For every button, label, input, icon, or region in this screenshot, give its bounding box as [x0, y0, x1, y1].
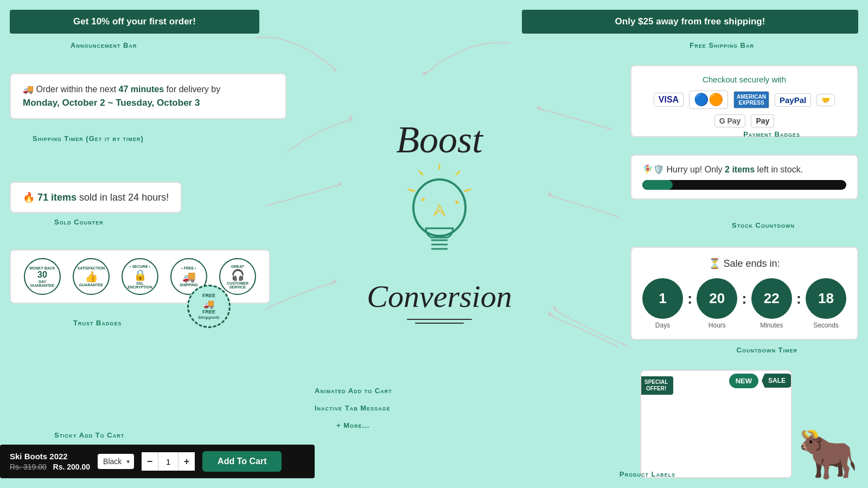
special-offer-label: SPECIALOFFER!	[640, 376, 673, 395]
gpay-icon: G Pay	[714, 114, 746, 127]
countdown-timer-label: Countdown Timer	[737, 346, 797, 354]
trust-badge-ssl: • SECURE • 🔒 SSLENCRYPTION	[118, 258, 162, 295]
visa-icon: VISA	[654, 93, 684, 107]
quantity-input[interactable]	[158, 452, 178, 471]
applepay-icon: Pay	[751, 114, 774, 127]
countdown-days-label: Days	[655, 322, 670, 329]
paypal-icon: PayPal	[775, 93, 811, 107]
payment-badges: Checkout securely with VISA 🔵🟠 AMERICANE…	[630, 65, 858, 137]
quantity-control[interactable]: − +	[142, 452, 195, 471]
trust-badges-label: Trust Badges	[73, 319, 122, 327]
countdown-minutes: 22 Minutes	[751, 278, 792, 329]
countdown-sep-2: :	[742, 290, 746, 307]
amex-icon: AMERICANEXPRESS	[733, 91, 769, 108]
svg-line-4	[408, 189, 415, 191]
sold-counter: 🔥 71 items sold in last 24 hours!	[10, 182, 182, 213]
quantity-decrease-button[interactable]: −	[142, 452, 158, 471]
color-select[interactable]: Black	[98, 454, 134, 469]
svg-point-5	[413, 179, 465, 236]
countdown-minutes-label: Minutes	[760, 322, 783, 329]
stock-bar-fill	[642, 180, 673, 190]
new-label: NEW	[729, 374, 758, 388]
payment-badges-title: Checkout securely with	[642, 75, 846, 84]
stock-countdown-label: Stock Countdown	[732, 221, 795, 229]
countdown-sep-1: :	[687, 290, 692, 307]
countdown-days: 1 Days	[642, 278, 683, 329]
announcement-bar-label: Announcement Bar	[71, 41, 137, 49]
sold-counter-suffix: sold in last 24 hours!	[76, 192, 169, 203]
sticky-cart-new-price: Rs. 200.00	[53, 463, 91, 471]
payment-badges-label: Payment Badges	[743, 130, 800, 138]
stock-countdown: 🧚‍♀️🛡️ Hurry up! Only 2 items left in st…	[630, 155, 858, 200]
money-back-circle: MONEY BACK 30 DAY GUARANTEE	[24, 258, 61, 295]
sold-counter-label: Sold Counter	[54, 218, 104, 226]
svg-line-2	[464, 189, 471, 191]
more-label: + More...	[336, 421, 369, 429]
svg-line-1	[456, 171, 460, 175]
shipping-timer-minutes: 47 minutes	[119, 85, 164, 94]
svg-point-9	[422, 198, 425, 201]
product-labels-label: Product Labels	[620, 470, 675, 478]
handshake-icon: 🤝	[816, 94, 835, 106]
boost-text: Boost	[396, 121, 482, 159]
countdown-boxes: 1 Days : 20 Hours : 22 Minutes : 18 Seco…	[642, 278, 846, 329]
countdown-hours-label: Hours	[709, 322, 726, 329]
free-free-shipping-badge: FREE 🚚 FREE ShippinG	[179, 266, 239, 347]
countdown-seconds-label: Seconds	[813, 322, 839, 329]
inactive-tab-message-label: Inactive Tab Message	[315, 404, 391, 412]
sticky-cart-label: Sticky Add To Cart	[54, 431, 124, 439]
payment-icons: VISA 🔵🟠 AMERICANEXPRESS PayPal 🤝 G Pay P…	[642, 91, 846, 127]
free-shipping-bar-label: Free Shipping Bar	[690, 41, 754, 49]
stock-countdown-text: 🧚‍♀️🛡️ Hurry up! Only 2 items left in st…	[642, 164, 846, 175]
sticky-add-to-cart: Ski Boots 2022 Rs. 319.00 Rs. 200.00 Bla…	[0, 445, 315, 478]
shipping-timer-label: Shipping Timer (Get it by timer)	[33, 134, 144, 143]
countdown-hours-circle: 20	[697, 278, 737, 319]
product-label-card: SPECIALOFFER! NEW SALE	[640, 370, 792, 478]
countdown-days-circle: 1	[642, 278, 683, 319]
announcement-bar: Get 10% off your first order!	[10, 10, 259, 34]
stock-bar-background	[642, 180, 846, 190]
sold-counter-count: 71 items	[37, 192, 76, 203]
satisfaction-circle: SATISFACTION 👍 GUARANTEE	[73, 258, 110, 295]
underline-decoration	[407, 319, 472, 324]
quantity-increase-button[interactable]: +	[178, 452, 195, 471]
free-shipping-bar: Only $25 away from free shipping!	[522, 10, 858, 34]
sticky-cart-old-price: Rs. 319.00	[10, 463, 47, 471]
announcement-bar-text: Get 10% off your first order!	[73, 16, 196, 27]
svg-point-10	[455, 201, 458, 204]
shipping-timer: 🚚 Order within the next 47 minutes for d…	[10, 73, 286, 119]
sticky-cart-info: Ski Boots 2022 Rs. 319.00 Rs. 200.00	[10, 452, 90, 471]
lightbulb-icon	[396, 164, 483, 273]
mastercard-icon: 🔵🟠	[689, 91, 728, 109]
center-illustration: Boost Conversion	[266, 65, 613, 380]
countdown-hours: 20 Hours	[697, 278, 737, 329]
sale-label: SALE	[762, 374, 792, 388]
animated-add-to-cart-label: Animated Add to Cart	[315, 387, 392, 395]
countdown-sep-3: :	[796, 290, 801, 307]
product-labels-section: SPECIALOFFER! NEW SALE 🐂	[640, 370, 858, 478]
conversion-text: Conversion	[367, 278, 512, 314]
stock-count: 2 items	[725, 165, 755, 174]
color-select-wrapper[interactable]: Black ▼	[98, 454, 134, 469]
ssl-circle: • SECURE • 🔒 SSLENCRYPTION	[122, 258, 158, 295]
add-to-cart-button[interactable]: Add To Cart	[202, 451, 282, 472]
bull-mascot: 🐂	[797, 429, 858, 478]
countdown-minutes-circle: 22	[751, 278, 792, 319]
countdown-timer: ⏳ Sale ends in: 1 Days : 20 Hours : 22 M…	[630, 247, 858, 340]
sticky-cart-price: Rs. 319.00 Rs. 200.00	[10, 463, 90, 471]
trust-badge-money-back: MONEY BACK 30 DAY GUARANTEE	[21, 258, 64, 295]
countdown-seconds: 18 Seconds	[806, 278, 846, 329]
free-badge-circle: FREE 🚚 FREE ShippinG	[187, 285, 231, 328]
countdown-seconds-circle: 18	[806, 278, 846, 319]
trust-badge-satisfaction: SATISFACTION 👍 GUARANTEE	[69, 258, 113, 295]
svg-line-3	[419, 171, 423, 175]
free-shipping-bar-text: Only $25 away from free shipping!	[615, 16, 765, 27]
sticky-cart-product-name: Ski Boots 2022	[10, 452, 90, 461]
countdown-timer-title: ⏳ Sale ends in:	[642, 258, 846, 269]
shipping-timer-date: Monday, October 2 ~ Tuesday, October 3	[23, 98, 273, 108]
shipping-timer-line1: 🚚 Order within the next 47 minutes for d…	[23, 84, 273, 94]
